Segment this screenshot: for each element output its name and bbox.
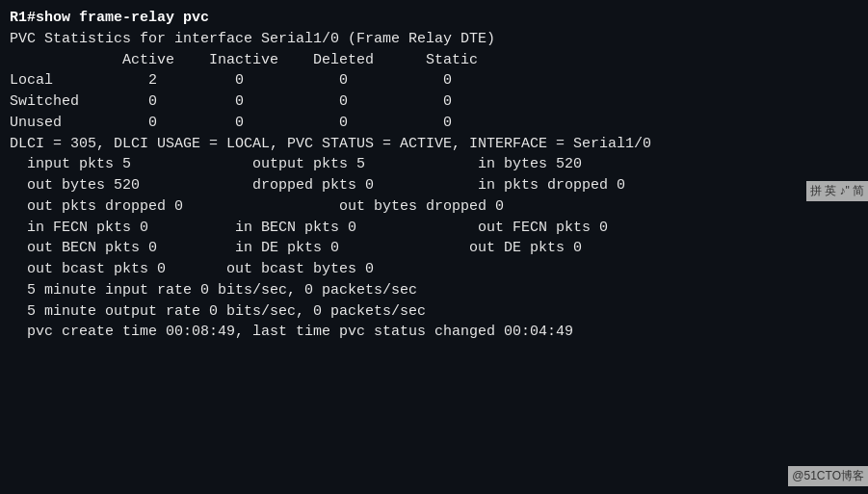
watermark-ime: 拼 英 ♪" 简 xyxy=(806,181,868,201)
out-pkts-dropped-line: out pkts dropped 0 out bytes dropped 0 xyxy=(10,196,858,218)
rate-out-line: 5 minute output rate 0 bits/sec, 0 packe… xyxy=(10,301,858,323)
fecn-line: in FECN pkts 0 in BECN pkts 0 out FECN p… xyxy=(10,218,858,239)
pvc-stats-header: PVC Statistics for interface Serial1/0 (… xyxy=(10,29,858,50)
pvc-time-line: pvc create time 00:08:49, last time pvc … xyxy=(10,322,858,343)
table-header: Active Inactive Deleted Static xyxy=(10,50,858,71)
input-pkts-line: input pkts 5 output pkts 5 in bytes 520 xyxy=(10,154,858,175)
bcast-line: out bcast pkts 0 out bcast bytes 0 xyxy=(10,259,858,280)
command-prompt: R1#show frame-relay pvc xyxy=(10,8,858,29)
rate-in-line: 5 minute input rate 0 bits/sec, 0 packet… xyxy=(10,280,858,301)
out-bytes-line: out bytes 520 dropped pkts 0 in pkts dro… xyxy=(10,175,858,196)
watermark-site: @51CTO博客 xyxy=(788,466,868,486)
dlci-line: DLCI = 305, DLCI USAGE = LOCAL, PVC STAT… xyxy=(10,134,858,155)
becn-line: out BECN pkts 0 in DE pkts 0 out DE pkts… xyxy=(10,238,858,259)
switched-row: Switched 0 0 0 0 xyxy=(10,91,858,113)
local-row: Local 2 0 0 0 xyxy=(10,70,858,91)
unused-row: Unused 0 0 0 0 xyxy=(10,113,858,134)
terminal-window: R1#show frame-relay pvc PVC Statistics f… xyxy=(0,0,868,494)
